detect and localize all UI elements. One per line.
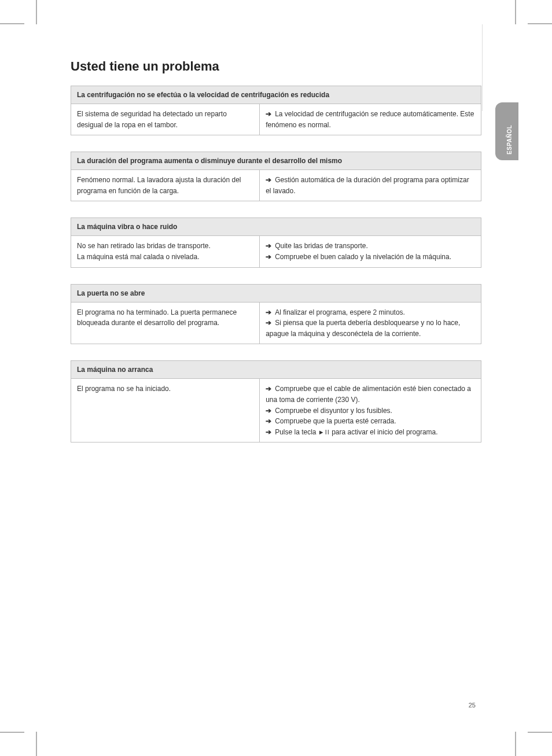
fix-text: Gestión automática de la duración del pr… [266, 176, 469, 195]
table-header: La máquina no arranca [71, 361, 481, 379]
table-header: La duración del programa aumenta o dismi… [71, 152, 481, 170]
page-number: 25 [469, 702, 476, 709]
table-header: La puerta no se abre [71, 284, 481, 302]
fix-cell: ➔Gestión automática de la duración del p… [260, 170, 481, 201]
fix-cell: ➔Quite las bridas de transporte.➔Comprue… [260, 236, 481, 267]
document-page: ESPAÑOL Usted tiene un problema La centr… [36, 24, 516, 732]
fix-text: Compruebe el disyuntor y los fusibles. [275, 407, 392, 415]
table-header: La máquina vibra o hace ruido [71, 218, 481, 236]
crop-mark [515, 0, 516, 24]
language-tab-label: ESPAÑOL [501, 102, 518, 160]
table-row: El programa no se ha iniciado. ➔Comprueb… [71, 379, 481, 442]
crop-mark [36, 0, 37, 24]
fix-text-1: Quite las bridas de transporte. [275, 242, 368, 250]
arrow-icon: ➔ [266, 109, 275, 120]
cause-cell: Fenómeno normal. La lavadora ajusta la d… [71, 170, 260, 201]
crop-mark [0, 732, 24, 733]
cause-cell: El programa no se ha iniciado. [71, 379, 260, 442]
arrow-icon: ➔ [266, 307, 275, 318]
trouble-table-1: La centrifugación no se efectúa o la vel… [71, 86, 481, 135]
fix-cell: ➔La velocidad de centrifugación se reduc… [260, 104, 481, 135]
crop-mark [528, 732, 552, 733]
fix-text-2: Compruebe el buen calado y la nivelación… [275, 253, 451, 261]
crop-mark [36, 732, 37, 756]
language-tab: ESPAÑOL [495, 102, 518, 160]
arrow-icon: ➔ [266, 318, 275, 329]
fix-text: La velocidad de centrifugación se reduce… [266, 110, 474, 129]
arrow-icon: ➔ [266, 383, 275, 394]
fix-text-2: Si piensa que la puerta debería desbloqu… [266, 319, 460, 338]
crop-mark [515, 732, 516, 756]
fix-cell: ➔Compruebe que el cable de alimentación … [260, 379, 481, 442]
table-row: No se han retirado las bridas de transpo… [71, 236, 481, 267]
fix-text: Compruebe que la puerta esté cerrada. [275, 417, 396, 425]
trouble-table-4: La puerta no se abre El programa no ha t… [71, 284, 481, 345]
trouble-table-5: La máquina no arranca El programa no se … [71, 360, 481, 442]
fix-text-1: Al finalizar el programa, espere 2 minut… [275, 308, 405, 316]
cause-cell: No se han retirado las bridas de transpo… [71, 236, 260, 267]
arrow-icon: ➔ [266, 252, 275, 263]
arrow-icon: ➔ [266, 416, 275, 427]
crop-mark [0, 23, 24, 24]
table-row: El sistema de seguridad ha detectado un … [71, 104, 481, 135]
fix-text: Compruebe que el cable de alimentación e… [266, 385, 471, 404]
cause-cell: El sistema de seguridad ha detectado un … [71, 104, 260, 135]
table-row: Fenómeno normal. La lavadora ajusta la d… [71, 170, 481, 201]
cause-cell: El programa no ha terminado. La puerta p… [71, 302, 260, 344]
arrow-icon: ➔ [266, 175, 275, 186]
table-row: El programa no ha terminado. La puerta p… [71, 302, 481, 344]
table-header: La centrifugación no se efectúa o la vel… [71, 86, 481, 104]
trouble-table-3: La máquina vibra o hace ruido No se han … [71, 217, 481, 267]
fix-text: Pulse la tecla ►II para activar el inici… [275, 428, 437, 436]
fix-cell: ➔Al finalizar el programa, espere 2 minu… [260, 302, 481, 344]
crop-mark [528, 23, 552, 24]
arrow-icon: ➔ [266, 241, 275, 252]
play-pause-icon: ►II [318, 427, 330, 437]
arrow-icon: ➔ [266, 427, 275, 438]
arrow-icon: ➔ [266, 405, 275, 416]
trouble-table-2: La duración del programa aumenta o dismi… [71, 152, 481, 201]
page-title: Usted tiene un problema [71, 59, 481, 74]
